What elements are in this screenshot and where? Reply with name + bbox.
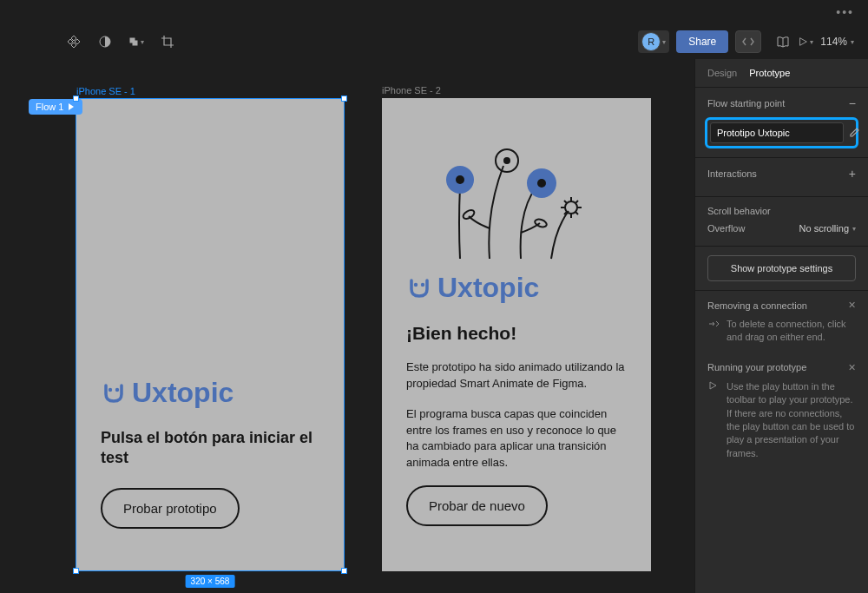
boolean-icon[interactable]: ▾	[128, 34, 144, 49]
tip-title: Running your prototype	[707, 362, 806, 372]
toolbar: ▾ R ▾ Share ▾ 114% ▾	[0, 24, 868, 59]
flow-section-label: Flow starting point	[707, 98, 785, 109]
logo-text: Uxtopic	[437, 272, 539, 304]
overflow-label: Overflow	[707, 223, 745, 234]
tab-design[interactable]: Design	[707, 68, 737, 78]
avatar: R	[641, 32, 661, 51]
delete-connection-icon	[707, 318, 720, 345]
uxtopic-logo: Uxtopic	[406, 272, 627, 304]
svg-point-4	[115, 387, 119, 391]
selection-handle[interactable]	[341, 96, 347, 102]
overflow-value: No scrolling	[799, 223, 849, 234]
component-icon[interactable]	[66, 34, 82, 49]
show-prototype-settings-button[interactable]: Show prototype settings	[707, 255, 856, 281]
svg-point-14	[414, 282, 418, 286]
flowers-illustration	[434, 142, 599, 263]
svg-point-12	[462, 208, 476, 221]
flow-badge-text: Flow 1	[36, 102, 63, 112]
svg-point-6	[456, 175, 464, 184]
flow-name-input[interactable]	[710, 122, 844, 143]
tip-title: Removing a connection	[707, 300, 807, 311]
close-icon[interactable]: ✕	[848, 362, 856, 373]
dev-mode-button[interactable]	[735, 30, 761, 53]
logo-text: Uxtopic	[132, 377, 233, 409]
crop-icon[interactable]	[160, 34, 175, 49]
avatar-dropdown[interactable]: R ▾	[638, 30, 669, 53]
frame-label[interactable]: iPhone SE - 1	[76, 86, 135, 96]
svg-point-11	[565, 201, 577, 214]
try-again-button[interactable]: Probar de nuevo	[406, 485, 548, 526]
canvas[interactable]: iPhone SE - 1 Flow 1 320 × 568 Uxtopic P…	[0, 63, 694, 593]
play-icon[interactable]: ▾	[798, 34, 813, 49]
interactions-label: Interactions	[707, 168, 757, 179]
share-button[interactable]: Share	[676, 30, 728, 53]
edit-icon[interactable]	[849, 127, 860, 140]
zoom-dropdown[interactable]: 114% ▾	[820, 36, 854, 48]
frame-label[interactable]: iPhone SE - 2	[382, 85, 441, 96]
inspector-panel: Design Prototype Flow starting point − I…	[694, 59, 868, 593]
tab-prototype[interactable]: Prototype	[749, 68, 790, 78]
tip-body-text: To delete a connection, click and drag o…	[727, 318, 856, 345]
svg-point-10	[537, 179, 546, 188]
frame-paragraph: Este prototipo ha sido animado utilizand…	[406, 359, 627, 392]
frame-paragraph: El programa busca capas que coinciden en…	[406, 406, 627, 471]
remove-flow-icon[interactable]: −	[849, 96, 856, 110]
play-icon	[707, 380, 720, 460]
selection-handle[interactable]	[73, 568, 79, 574]
svg-point-3	[108, 387, 112, 391]
frame-body-text: Pulsa el botón para iniciar el test	[101, 428, 319, 469]
mask-icon[interactable]	[97, 34, 113, 49]
library-icon[interactable]	[775, 34, 791, 49]
svg-point-15	[421, 282, 424, 286]
uxtopic-logo: Uxtopic	[101, 377, 319, 409]
try-prototype-button[interactable]: Probar prototipo	[101, 488, 240, 529]
dimensions-badge: 320 × 568	[186, 575, 235, 588]
frame-iphone-se-1[interactable]: iPhone SE - 1 Flow 1 320 × 568 Uxtopic P…	[76, 98, 345, 571]
frame-heading: ¡Bien hecho!	[406, 323, 627, 344]
zoom-value: 114%	[820, 36, 847, 48]
scroll-behavior-label: Scroll behavior	[707, 206, 771, 216]
svg-rect-2	[133, 41, 138, 46]
overflow-dropdown[interactable]: No scrolling ▾	[799, 223, 856, 234]
menu-dots-icon[interactable]: •••	[836, 5, 854, 19]
close-icon[interactable]: ✕	[848, 300, 856, 311]
svg-point-13	[534, 218, 548, 228]
frame-iphone-se-2[interactable]: iPhone SE - 2 Uxtopic	[382, 98, 651, 571]
add-interaction-icon[interactable]: +	[849, 167, 856, 181]
svg-point-8	[503, 157, 510, 164]
tip-body-text: Use the play button in the toolbar to pl…	[727, 380, 856, 460]
flow-name-highlight	[705, 117, 858, 148]
selection-handle[interactable]	[73, 96, 79, 102]
selection-handle[interactable]	[341, 568, 347, 574]
panel-tabs: Design Prototype	[695, 59, 868, 88]
